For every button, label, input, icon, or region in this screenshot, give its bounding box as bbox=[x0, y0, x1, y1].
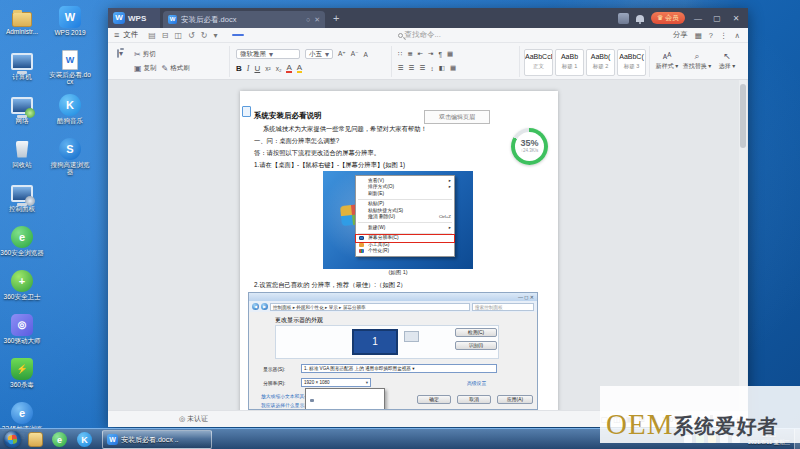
upload-progress-badge[interactable]: 35% ↑24.3K/s bbox=[511, 128, 548, 165]
save-icon[interactable]: ▤ bbox=[148, 31, 156, 40]
grow-font-button[interactable]: A⁺ bbox=[338, 50, 346, 58]
hamburger-icon[interactable]: ≡ bbox=[114, 30, 119, 40]
desktop-icon[interactable]: W 安装后必看.docx bbox=[48, 50, 92, 85]
font-name-select[interactable]: 微软雅黑▾ bbox=[236, 49, 300, 59]
shading-button[interactable]: ◧ bbox=[439, 64, 445, 72]
desktop-icon[interactable]: S 搜狗高速浏览器 bbox=[48, 138, 92, 175]
align-center-button[interactable]: ☰ bbox=[409, 64, 415, 72]
more-icon[interactable]: ⋮ bbox=[720, 31, 728, 40]
desktop-icon[interactable]: ⚡ 360杀毒 bbox=[0, 358, 44, 388]
new-style-button[interactable]: ᴀᴬ新样式 ▾ bbox=[652, 50, 682, 71]
subscript-button[interactable]: x₂ bbox=[276, 65, 282, 72]
italic-button[interactable]: I bbox=[247, 64, 250, 73]
ribbon-tab[interactable] bbox=[328, 34, 340, 36]
customize-caret-icon[interactable]: ▾ bbox=[214, 31, 218, 40]
cut-button[interactable]: ✂剪切 bbox=[134, 50, 156, 59]
style-preset[interactable]: AaBb( 标题 2 bbox=[586, 49, 615, 76]
style-preset[interactable]: AaBb 标题 1 bbox=[555, 49, 584, 76]
desktop-icon[interactable]: 计算机 bbox=[0, 50, 44, 80]
desktop-icon[interactable]: 回收站 bbox=[0, 138, 44, 168]
ribbon-tab[interactable] bbox=[312, 34, 324, 36]
desktop-icon[interactable]: Administr... bbox=[0, 6, 44, 35]
ribbon-tab[interactable] bbox=[264, 34, 276, 36]
insert-table-button[interactable]: ▦ bbox=[447, 50, 453, 58]
bullets-button[interactable]: ∷ bbox=[398, 50, 402, 58]
start-button[interactable] bbox=[4, 431, 21, 448]
underline-button[interactable]: U bbox=[254, 64, 260, 73]
increase-indent-button[interactable]: ⇥ bbox=[428, 50, 433, 58]
highlight-button[interactable]: A bbox=[297, 64, 302, 73]
collapse-ribbon-icon[interactable]: ∧ bbox=[735, 31, 741, 40]
paste-button[interactable]: ▾ bbox=[112, 49, 128, 75]
borders-button[interactable]: ▦ bbox=[450, 64, 456, 72]
file-menu[interactable]: 文件 bbox=[123, 30, 138, 40]
screen: { "glyphs": { "hamburger": "≡", "save": … bbox=[0, 0, 800, 449]
cp-search-box: 搜索控制面板 bbox=[472, 303, 534, 311]
desktop-icon[interactable]: W WPS 2019 bbox=[48, 6, 92, 36]
desktop-icon[interactable]: 网络 bbox=[0, 94, 44, 124]
desktop-icon-label: 360安全卫士 bbox=[0, 293, 44, 300]
clear-format-button[interactable]: A bbox=[364, 51, 368, 58]
desktop-icon[interactable]: e 360安全浏览器 bbox=[0, 226, 44, 256]
ribbon-tab[interactable] bbox=[360, 34, 372, 36]
desktop-icon[interactable]: 控制面板 bbox=[0, 182, 44, 212]
font-color-button[interactable]: A bbox=[286, 64, 291, 73]
font-size-select[interactable]: 小五▾ bbox=[305, 49, 333, 59]
desktop-icon[interactable]: ◎ 360驱动大师 bbox=[0, 314, 44, 344]
wps-home-button[interactable]: W WPS bbox=[108, 8, 160, 28]
ribbon-tab[interactable] bbox=[232, 34, 244, 36]
help-icon[interactable]: ? bbox=[709, 31, 713, 40]
header-hint-button[interactable]: 双击编辑页眉 bbox=[424, 110, 490, 124]
print-preview-icon[interactable]: ◫ bbox=[175, 31, 183, 40]
desktop-icon[interactable]: + 360安全卫士 bbox=[0, 270, 44, 300]
line-spacing-button[interactable]: ↕ bbox=[430, 65, 433, 72]
paragraph-tool-icon[interactable] bbox=[242, 106, 251, 117]
command-search[interactable]: 查找命令... bbox=[398, 30, 441, 40]
vertical-scrollbar[interactable] bbox=[739, 80, 747, 410]
align-left-button[interactable]: ☰ bbox=[398, 64, 404, 72]
explorer-icon[interactable] bbox=[28, 432, 43, 447]
decrease-indent-button[interactable]: ⇤ bbox=[418, 50, 423, 58]
kugou-icon[interactable]: K bbox=[77, 432, 92, 447]
find-replace-button[interactable]: ⌕查找替换 ▾ bbox=[682, 50, 712, 71]
style-preset[interactable]: AaBbCcDd 正文 bbox=[524, 49, 553, 76]
tab-pin-icon[interactable]: ○ bbox=[306, 16, 310, 23]
bold-button[interactable]: B bbox=[236, 64, 242, 73]
verify-status[interactable]: ◎ 未认证 bbox=[179, 414, 208, 424]
share-button[interactable]: 分享 bbox=[673, 30, 688, 40]
new-tab-button[interactable]: + bbox=[333, 12, 339, 24]
user-avatar[interactable] bbox=[618, 13, 629, 24]
close-button[interactable]: ✕ bbox=[730, 14, 742, 23]
maximize-button[interactable]: ▢ bbox=[711, 14, 723, 23]
select-button[interactable]: ↖选择 ▾ bbox=[712, 50, 742, 71]
numbering-button[interactable]: ≣ bbox=[407, 50, 412, 58]
scrollbar-thumb[interactable] bbox=[740, 84, 746, 148]
superscript-button[interactable]: x² bbox=[265, 65, 270, 72]
document-tab[interactable]: W 安装后必看.docx ○ ✕ bbox=[163, 11, 325, 28]
desktop-icon[interactable]: K 酷狗音乐 bbox=[48, 94, 92, 124]
tab-close-icon[interactable]: ✕ bbox=[314, 16, 320, 24]
ribbon-tab[interactable] bbox=[296, 34, 308, 36]
print-icon[interactable]: ⊟ bbox=[162, 31, 169, 40]
copy-button[interactable]: ▣复制 bbox=[134, 64, 157, 73]
ribbon-tab[interactable] bbox=[376, 34, 388, 36]
wps-task-button[interactable]: W 安装后必看.docx .. bbox=[102, 430, 212, 449]
ribbon-tab[interactable] bbox=[280, 34, 292, 36]
grid-icon[interactable]: ▦ bbox=[695, 31, 702, 40]
undo-icon[interactable]: ↺ bbox=[188, 31, 195, 40]
editing-group: ᴀᴬ新样式 ▾ ⌕查找替换 ▾ ↖选择 ▾ bbox=[650, 46, 748, 77]
ribbon-tab[interactable] bbox=[248, 34, 260, 36]
shrink-font-button[interactable]: A⁻ bbox=[351, 50, 359, 58]
wps-home-label: WPS bbox=[128, 14, 146, 23]
vip-badge[interactable]: ♛ 会员 bbox=[651, 12, 685, 24]
align-right-button[interactable]: ☰ bbox=[420, 64, 426, 72]
doc-paragraph: 1.请在【桌面】-【鼠标右键】-【屏幕分辨率】(如图 1) bbox=[254, 161, 405, 170]
minimize-button[interactable]: — bbox=[692, 14, 704, 23]
notification-bell-icon[interactable] bbox=[636, 15, 644, 22]
show-marks-button[interactable]: ¶ bbox=[439, 51, 443, 58]
ribbon-tab[interactable] bbox=[344, 34, 356, 36]
format-painter-button[interactable]: ✎格式刷 bbox=[162, 64, 190, 73]
360-browser-icon[interactable]: e bbox=[52, 432, 67, 447]
style-preset[interactable]: AaBbC( 标题 3 bbox=[617, 49, 646, 76]
redo-icon[interactable]: ↻ bbox=[201, 31, 208, 40]
